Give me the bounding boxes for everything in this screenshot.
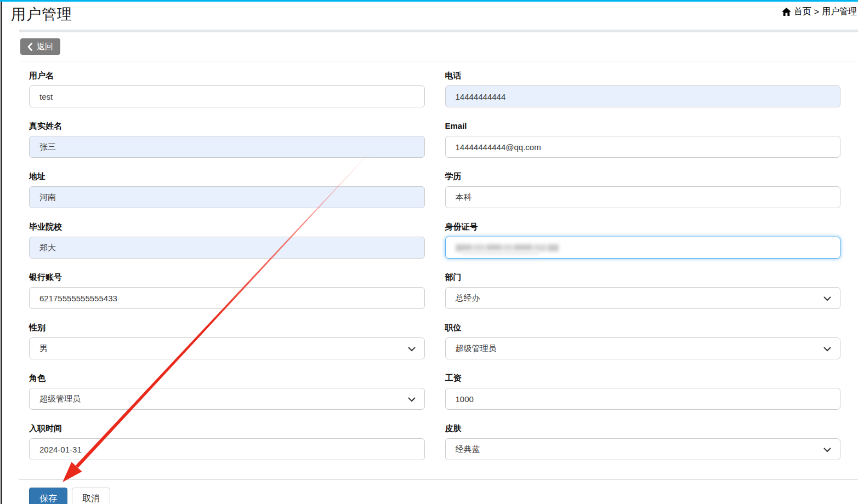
text-field[interactable] bbox=[445, 186, 841, 208]
field-label: 职位 bbox=[445, 322, 841, 333]
form-field: 毕业院校 bbox=[29, 221, 425, 259]
field-label: 毕业院校 bbox=[29, 221, 425, 232]
form-field: 身份证号 bbox=[445, 221, 841, 259]
text-field[interactable] bbox=[29, 287, 425, 309]
select-value: 超级管理员 bbox=[456, 343, 497, 354]
select-value: 总经办 bbox=[456, 293, 480, 303]
page-header: 用户管理 首页 > 用户管理 bbox=[2, 2, 858, 30]
field-label: 部门 bbox=[445, 272, 841, 282]
text-field[interactable] bbox=[29, 136, 425, 158]
form-field: 银行账号 bbox=[29, 272, 425, 309]
text-field[interactable] bbox=[445, 136, 841, 158]
field-label: Email bbox=[445, 121, 841, 131]
form-field: 性别男 bbox=[29, 322, 425, 359]
text-field[interactable] bbox=[445, 85, 841, 107]
form-field: 部门总经办 bbox=[445, 272, 841, 309]
id-number-field[interactable] bbox=[445, 237, 841, 259]
text-field[interactable] bbox=[29, 237, 425, 259]
form-field: 入职时间 bbox=[29, 423, 425, 460]
chevron-down-icon bbox=[823, 296, 831, 301]
field-label: 角色 bbox=[29, 373, 425, 383]
user-form: 用户名真实姓名地址毕业院校银行账号性别男角色超级管理员入职时间 电话Email学… bbox=[19, 61, 858, 473]
field-label: 真实姓名 bbox=[29, 121, 425, 131]
field-label: 工资 bbox=[445, 373, 841, 383]
redacted-smear bbox=[462, 250, 539, 255]
form-column-right: 电话Email学历身份证号部门总经办职位超级管理员工资皮肤经典蓝 bbox=[445, 70, 841, 473]
breadcrumb-current: 用户管理 bbox=[822, 6, 857, 18]
text-field[interactable] bbox=[445, 388, 841, 410]
chevron-left-icon bbox=[27, 43, 32, 51]
field-label: 银行账号 bbox=[29, 272, 425, 282]
form-field: 皮肤经典蓝 bbox=[445, 423, 841, 460]
panel-header: 返回 bbox=[19, 32, 858, 61]
form-actions: 保存 取消 bbox=[19, 480, 858, 504]
form-field: 职位超级管理员 bbox=[445, 322, 841, 359]
breadcrumb: 首页 > 用户管理 bbox=[782, 6, 857, 18]
form-field: 工资 bbox=[445, 373, 841, 410]
field-label: 身份证号 bbox=[445, 221, 841, 232]
field-label: 性别 bbox=[29, 322, 425, 333]
breadcrumb-home[interactable]: 首页 bbox=[794, 6, 811, 18]
select-field[interactable]: 经典蓝 bbox=[445, 438, 841, 460]
back-button[interactable]: 返回 bbox=[20, 38, 60, 55]
field-label: 地址 bbox=[29, 171, 425, 181]
select-field[interactable]: 总经办 bbox=[445, 287, 841, 309]
form-field: 地址 bbox=[29, 171, 425, 208]
field-label: 学历 bbox=[445, 171, 841, 181]
chevron-down-icon bbox=[823, 347, 831, 352]
save-button[interactable]: 保存 bbox=[29, 488, 67, 504]
back-button-label: 返回 bbox=[37, 42, 53, 52]
form-column-left: 用户名真实姓名地址毕业院校银行账号性别男角色超级管理员入职时间 bbox=[29, 70, 425, 473]
chevron-down-icon bbox=[408, 347, 416, 352]
select-field[interactable]: 男 bbox=[29, 337, 425, 359]
select-value: 超级管理员 bbox=[39, 394, 81, 404]
top-accent-line bbox=[0, 0, 858, 2]
collapsed-sidebar-edge bbox=[1, 2, 2, 504]
form-field: 学历 bbox=[445, 171, 841, 208]
form-field: Email bbox=[445, 121, 841, 158]
content-panel: 返回 用户名真实姓名地址毕业院校银行账号性别男角色超级管理员入职时间 电话Ema… bbox=[19, 30, 858, 504]
field-label: 入职时间 bbox=[29, 423, 425, 433]
select-value: 男 bbox=[39, 343, 48, 354]
select-value: 经典蓝 bbox=[456, 444, 480, 455]
cancel-button[interactable]: 取消 bbox=[72, 488, 110, 504]
form-field: 用户名 bbox=[29, 70, 425, 107]
select-field[interactable]: 超级管理员 bbox=[445, 337, 841, 359]
text-field[interactable] bbox=[29, 85, 425, 107]
breadcrumb-separator: > bbox=[814, 7, 819, 17]
field-label: 电话 bbox=[445, 70, 841, 81]
select-field[interactable]: 超级管理员 bbox=[29, 388, 425, 410]
field-label: 用户名 bbox=[29, 70, 425, 81]
field-label: 皮肤 bbox=[445, 423, 841, 433]
chevron-down-icon bbox=[823, 448, 831, 453]
home-icon bbox=[782, 8, 791, 16]
text-field[interactable] bbox=[29, 438, 425, 460]
chevron-down-icon bbox=[408, 397, 416, 402]
form-field: 真实姓名 bbox=[29, 121, 425, 158]
page-title: 用户管理 bbox=[11, 4, 72, 24]
text-field[interactable] bbox=[29, 186, 425, 208]
form-field: 角色超级管理员 bbox=[29, 373, 425, 410]
form-field: 电话 bbox=[445, 70, 841, 107]
